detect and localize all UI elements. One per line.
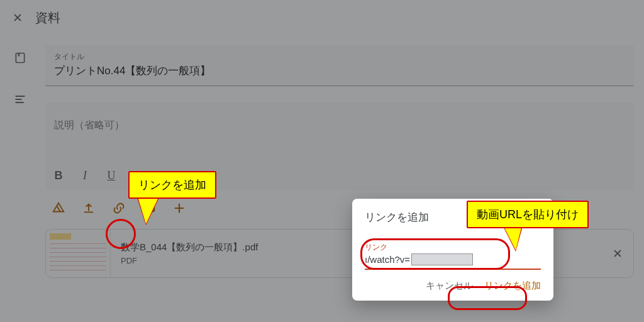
annotation-ring-link-button <box>106 219 136 249</box>
callout-tail <box>137 195 160 224</box>
annotation-ring-confirm <box>448 286 527 310</box>
callout-add-link: リンクを追加 <box>128 171 216 199</box>
callout-paste-url: 動画URLを貼り付け <box>467 201 589 228</box>
app-root: 資料 タイトル プリントNo.44【数列の一般項】 説明（省略可） B I U <box>0 0 644 322</box>
annotation-ring-link-field <box>360 238 510 270</box>
